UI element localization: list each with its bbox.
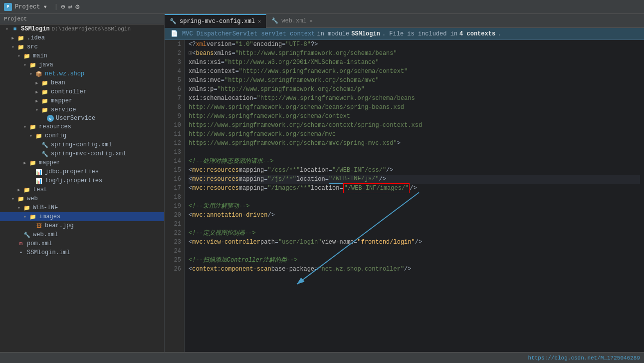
line-num-25: 25 (165, 256, 181, 265)
expand-arrow-icon: ▶ (34, 98, 40, 104)
document-icon: 📄 (171, 30, 178, 37)
line-num-23: 23 (165, 238, 181, 247)
tab-close-icon[interactable]: ✕ (310, 18, 313, 24)
notif-text: in module (317, 30, 349, 37)
notif-contexts: 4 contexts (459, 30, 495, 37)
sidebar-item-web[interactable]: ▾ 📁 web (0, 194, 164, 203)
props-file-icon: 📊 (35, 168, 43, 176)
sidebar-item-path: D:\IdeaProjects\SSMlogin (52, 26, 131, 32)
title-bar-left: P Project ▾ | ⊕ ⇄ ⚙ (4, 2, 79, 11)
line-num-17: 17 (165, 184, 181, 193)
java-folder-icon: 📁 (29, 61, 37, 69)
folder-icon: 📁 (41, 79, 49, 87)
code-line-12: https://www.springframework.org/schema/m… (189, 139, 640, 148)
folder-icon: 📁 (23, 204, 31, 212)
code-editor[interactable]: 1 2 3 4 5 6 7 8 9 10 11 12 13 14 15 16 1 (165, 40, 644, 352)
sidebar-item-idea[interactable]: ▶ 📁 .idea (0, 33, 164, 42)
expand-arrow-icon: ▾ (4, 26, 10, 32)
java-class-icon: c (47, 115, 54, 122)
package-icon: 📦 (35, 70, 43, 78)
code-line-19: <!--采用注解驱动--> (189, 202, 640, 211)
line-num-9: 9 (165, 112, 181, 121)
image-file-icon: 🖼 (35, 222, 43, 230)
sidebar-item-spring-config[interactable]: ▶ 🔧 spring-config.xml (0, 140, 164, 149)
line-num-19: 19 (165, 202, 181, 211)
sidebar-item-log4j-props[interactable]: ▶ 📊 log4j.properties (0, 176, 164, 185)
code-line-7: xsi:schemaLocation="http://www.springfra… (189, 94, 640, 103)
add-icon[interactable]: ⊕ (61, 2, 65, 11)
code-content[interactable]: <?xml version="1.0" encoding="UTF-8"?> ⊞… (185, 40, 644, 352)
sidebar-item-label: main (33, 52, 47, 59)
sidebar-item-main[interactable]: ▾ 📁 main (0, 51, 164, 60)
sidebar-item-label: SSMlogin.iml (27, 249, 70, 256)
expand-arrow-icon: ▾ (10, 196, 16, 202)
sync-icon[interactable]: ⇄ (68, 2, 72, 11)
settings-icon[interactable]: ⚙ (75, 2, 79, 11)
expand-arrow-icon: ▶ (34, 80, 40, 86)
tab-web[interactable]: 🔧 web.xml ✕ (266, 14, 318, 28)
sidebar-item-label: web.xml (33, 231, 58, 238)
sidebar-item-label: WEB-INF (33, 204, 58, 211)
sidebar-item-images[interactable]: ▾ 📁 images (0, 212, 164, 221)
title-bar: P Project ▾ | ⊕ ⇄ ⚙ (0, 0, 644, 14)
folder-icon: 📁 (41, 106, 49, 114)
sidebar-item-package[interactable]: ▾ 📦 net.wz.shop (0, 69, 164, 78)
sidebar-item-webxml[interactable]: ▶ 🔧 web.xml (0, 230, 164, 239)
code-line-4: xmlns:context="http://www.springframewor… (189, 67, 640, 76)
sidebar-item-ssm-root[interactable]: ▾ ■ SSMlogin D:\IdeaProjects\SSMlogin (0, 24, 164, 33)
xml-file-icon: 🔧 (41, 150, 49, 158)
folder-icon: 📁 (17, 34, 25, 42)
sidebar-item-test[interactable]: ▶ 📁 test (0, 185, 164, 194)
sidebar-item-mapper[interactable]: ▶ 📁 mapper (0, 96, 164, 105)
sidebar-item-controller[interactable]: ▶ 📁 controller (0, 87, 164, 96)
expand-arrow-icon: ▶ (34, 89, 40, 95)
sidebar-item-userservice[interactable]: ▶ c UserService (0, 114, 164, 122)
expand-arrow-icon: ▾ (28, 71, 34, 77)
sidebar-item-java[interactable]: ▾ 📁 java (0, 60, 164, 69)
line-num-8: 8 (165, 103, 181, 112)
sidebar-item-label: SSMlogin (21, 25, 50, 32)
sidebar-item-label: controller (51, 88, 87, 95)
expand-arrow-icon: ▾ (28, 133, 34, 139)
notif-module-name: SSMlogin (351, 30, 380, 37)
folder-icon: 📁 (23, 186, 31, 194)
tab-spring-mvc[interactable]: 🔧 spring-mvc-config.xml ✕ (165, 14, 266, 28)
line-num-7: 7 (165, 94, 181, 103)
code-line-14: <!--处理对静态资源的请求--> (189, 157, 640, 166)
line-num-21: 21 (165, 220, 181, 229)
sidebar-item-config[interactable]: ▾ 📁 config (0, 131, 164, 140)
sidebar-item-jdbc-props[interactable]: ▶ 📊 jdbc.properties (0, 167, 164, 176)
code-line-3: xmlns:xsi="http://www.w3.org/2001/XMLSch… (189, 58, 640, 67)
dropdown-arrow-icon[interactable]: ▾ (43, 2, 47, 11)
sidebar-item-webinf[interactable]: ▾ 📁 WEB-INF (0, 203, 164, 212)
expand-arrow-icon: ▾ (22, 214, 28, 220)
sidebar-item-bean[interactable]: ▶ 📁 bean (0, 78, 164, 87)
sidebar-item-ssm-iml[interactable]: ▶ ▪ SSMlogin.iml (0, 248, 164, 257)
status-url[interactable]: https://blog.csdn.net/M_1725046289 (528, 355, 640, 361)
sidebar-item-service[interactable]: ▾ 📁 service (0, 105, 164, 114)
sidebar-item-bear[interactable]: ▶ 🖼 bear.jpg (0, 221, 164, 230)
tab-close-icon[interactable]: ✕ (258, 18, 261, 24)
xml-file-icon: 🔧 (41, 141, 49, 149)
tab-label: web.xml (281, 17, 306, 24)
code-line-18 (189, 193, 640, 202)
resources-folder-icon: 📁 (29, 123, 37, 131)
sidebar-item-resources[interactable]: ▾ 📁 resources (0, 122, 164, 131)
sidebar-item-spring-mvc-config[interactable]: ▶ 🔧 spring-mvc-config.xml (0, 149, 164, 158)
notif-link[interactable]: MVC DispatcherServlet servlet context (182, 30, 315, 37)
sidebar-item-label: log4j.properties (45, 177, 102, 184)
line-num-15: 15 (165, 166, 181, 175)
expand-arrow-icon: ▾ (16, 205, 22, 211)
folder-icon: 📁 (29, 159, 37, 167)
line-num-24: 24 (165, 247, 181, 256)
sidebar-item-pomxml[interactable]: ▶ m pom.xml (0, 239, 164, 248)
code-line-16: <mvc:resources mapping="/js/**" location… (189, 175, 640, 184)
code-line-21 (189, 220, 640, 229)
project-folder-icon: ■ (11, 25, 19, 33)
expand-arrow-icon: ▾ (16, 53, 22, 59)
line-num-1: 1 (165, 40, 181, 49)
code-line-5: xmlns:mvc="http://www.springframework.or… (189, 76, 640, 85)
sidebar-item-src[interactable]: ▾ 📁 src (0, 42, 164, 51)
notification-bar: 📄 MVC DispatcherServlet servlet context … (165, 28, 644, 40)
sidebar-item-mapper2[interactable]: ▶ 📁 mapper (0, 158, 164, 167)
